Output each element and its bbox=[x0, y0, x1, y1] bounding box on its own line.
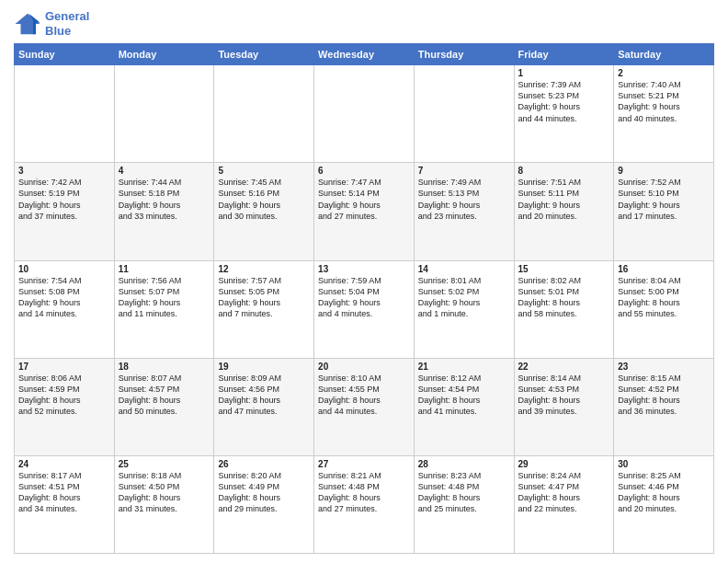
day-number: 23 bbox=[618, 362, 710, 372]
day-number: 29 bbox=[518, 459, 610, 469]
day-number: 11 bbox=[119, 264, 210, 274]
calendar-week-5: 24Sunrise: 8:17 AM Sunset: 4:51 PM Dayli… bbox=[15, 455, 714, 553]
calendar-cell: 23Sunrise: 8:15 AM Sunset: 4:52 PM Dayli… bbox=[614, 358, 714, 455]
calendar-cell: 24Sunrise: 8:17 AM Sunset: 4:51 PM Dayli… bbox=[15, 455, 115, 553]
calendar-cell: 5Sunrise: 7:45 AM Sunset: 5:16 PM Daylig… bbox=[214, 163, 314, 260]
calendar-cell: 10Sunrise: 7:54 AM Sunset: 5:08 PM Dayli… bbox=[15, 260, 115, 358]
day-number: 24 bbox=[18, 459, 110, 469]
day-number: 26 bbox=[218, 459, 310, 469]
day-info: Sunrise: 8:02 AM Sunset: 5:01 PM Dayligh… bbox=[518, 275, 610, 320]
calendar-cell: 7Sunrise: 7:49 AM Sunset: 5:13 PM Daylig… bbox=[414, 163, 514, 260]
logo: General Blue bbox=[14, 9, 89, 38]
col-header-monday: Monday bbox=[114, 44, 214, 65]
col-header-thursday: Thursday bbox=[414, 44, 514, 65]
day-info: Sunrise: 7:42 AM Sunset: 5:19 PM Dayligh… bbox=[18, 177, 110, 222]
day-number: 6 bbox=[318, 166, 410, 176]
calendar-cell: 1Sunrise: 7:39 AM Sunset: 5:23 PM Daylig… bbox=[514, 65, 614, 163]
day-info: Sunrise: 8:25 AM Sunset: 4:46 PM Dayligh… bbox=[618, 470, 710, 515]
day-number: 1 bbox=[518, 68, 610, 78]
col-header-wednesday: Wednesday bbox=[314, 44, 415, 65]
day-info: Sunrise: 7:51 AM Sunset: 5:11 PM Dayligh… bbox=[518, 177, 610, 222]
day-number: 9 bbox=[618, 166, 710, 176]
page: General Blue SundayMondayTuesdayWednesda… bbox=[0, 0, 728, 563]
day-info: Sunrise: 8:10 AM Sunset: 4:55 PM Dayligh… bbox=[318, 373, 410, 418]
day-info: Sunrise: 8:15 AM Sunset: 4:52 PM Dayligh… bbox=[618, 373, 710, 418]
calendar-cell: 3Sunrise: 7:42 AM Sunset: 5:19 PM Daylig… bbox=[15, 163, 115, 260]
day-number: 30 bbox=[618, 459, 710, 469]
calendar-cell: 21Sunrise: 8:12 AM Sunset: 4:54 PM Dayli… bbox=[414, 358, 514, 455]
day-number: 15 bbox=[518, 264, 610, 274]
day-info: Sunrise: 8:17 AM Sunset: 4:51 PM Dayligh… bbox=[18, 470, 110, 515]
day-number: 4 bbox=[119, 166, 210, 176]
col-header-tuesday: Tuesday bbox=[214, 44, 314, 65]
header: General Blue bbox=[14, 9, 714, 38]
calendar-cell: 19Sunrise: 8:09 AM Sunset: 4:56 PM Dayli… bbox=[214, 358, 314, 455]
day-info: Sunrise: 7:57 AM Sunset: 5:05 PM Dayligh… bbox=[218, 275, 310, 320]
calendar-cell: 4Sunrise: 7:44 AM Sunset: 5:18 PM Daylig… bbox=[114, 163, 214, 260]
day-number: 8 bbox=[518, 166, 610, 176]
day-info: Sunrise: 7:49 AM Sunset: 5:13 PM Dayligh… bbox=[418, 177, 510, 222]
day-info: Sunrise: 7:59 AM Sunset: 5:04 PM Dayligh… bbox=[318, 275, 410, 320]
calendar-cell: 27Sunrise: 8:21 AM Sunset: 4:48 PM Dayli… bbox=[314, 455, 415, 553]
day-info: Sunrise: 8:14 AM Sunset: 4:53 PM Dayligh… bbox=[518, 373, 610, 418]
day-info: Sunrise: 8:21 AM Sunset: 4:48 PM Dayligh… bbox=[318, 470, 410, 515]
calendar-cell: 22Sunrise: 8:14 AM Sunset: 4:53 PM Dayli… bbox=[514, 358, 614, 455]
logo-text: General Blue bbox=[45, 9, 89, 38]
day-number: 2 bbox=[618, 68, 710, 78]
day-info: Sunrise: 8:04 AM Sunset: 5:00 PM Dayligh… bbox=[618, 275, 710, 320]
day-number: 10 bbox=[18, 264, 110, 274]
calendar-cell: 14Sunrise: 8:01 AM Sunset: 5:02 PM Dayli… bbox=[414, 260, 514, 358]
day-number: 12 bbox=[218, 264, 310, 274]
day-number: 14 bbox=[418, 264, 510, 274]
day-number: 17 bbox=[18, 362, 110, 372]
calendar-week-1: 1Sunrise: 7:39 AM Sunset: 5:23 PM Daylig… bbox=[15, 65, 714, 163]
day-info: Sunrise: 8:07 AM Sunset: 4:57 PM Dayligh… bbox=[119, 373, 210, 418]
calendar-week-4: 17Sunrise: 8:06 AM Sunset: 4:59 PM Dayli… bbox=[15, 358, 714, 455]
calendar-table: SundayMondayTuesdayWednesdayThursdayFrid… bbox=[14, 43, 714, 554]
calendar-cell: 13Sunrise: 7:59 AM Sunset: 5:04 PM Dayli… bbox=[314, 260, 415, 358]
calendar-header-row: SundayMondayTuesdayWednesdayThursdayFrid… bbox=[15, 44, 714, 65]
calendar-cell: 25Sunrise: 8:18 AM Sunset: 4:50 PM Dayli… bbox=[114, 455, 214, 553]
calendar-cell: 17Sunrise: 8:06 AM Sunset: 4:59 PM Dayli… bbox=[15, 358, 115, 455]
day-info: Sunrise: 8:09 AM Sunset: 4:56 PM Dayligh… bbox=[218, 373, 310, 418]
calendar-cell: 11Sunrise: 7:56 AM Sunset: 5:07 PM Dayli… bbox=[114, 260, 214, 358]
day-info: Sunrise: 8:24 AM Sunset: 4:47 PM Dayligh… bbox=[518, 470, 610, 515]
day-info: Sunrise: 7:40 AM Sunset: 5:21 PM Dayligh… bbox=[618, 79, 710, 124]
calendar-cell: 30Sunrise: 8:25 AM Sunset: 4:46 PM Dayli… bbox=[614, 455, 714, 553]
day-info: Sunrise: 8:12 AM Sunset: 4:54 PM Dayligh… bbox=[418, 373, 510, 418]
calendar-cell: 8Sunrise: 7:51 AM Sunset: 5:11 PM Daylig… bbox=[514, 163, 614, 260]
calendar-week-3: 10Sunrise: 7:54 AM Sunset: 5:08 PM Dayli… bbox=[15, 260, 714, 358]
day-info: Sunrise: 7:44 AM Sunset: 5:18 PM Dayligh… bbox=[119, 177, 210, 222]
day-info: Sunrise: 8:01 AM Sunset: 5:02 PM Dayligh… bbox=[418, 275, 510, 320]
col-header-saturday: Saturday bbox=[614, 44, 714, 65]
day-number: 19 bbox=[218, 362, 310, 372]
day-info: Sunrise: 7:47 AM Sunset: 5:14 PM Dayligh… bbox=[318, 177, 410, 222]
calendar-cell: 12Sunrise: 7:57 AM Sunset: 5:05 PM Dayli… bbox=[214, 260, 314, 358]
day-number: 28 bbox=[418, 459, 510, 469]
day-number: 20 bbox=[318, 362, 410, 372]
day-number: 13 bbox=[318, 264, 410, 274]
calendar-cell bbox=[114, 65, 214, 163]
calendar-cell: 15Sunrise: 8:02 AM Sunset: 5:01 PM Dayli… bbox=[514, 260, 614, 358]
day-info: Sunrise: 7:54 AM Sunset: 5:08 PM Dayligh… bbox=[18, 275, 110, 320]
day-info: Sunrise: 8:20 AM Sunset: 4:49 PM Dayligh… bbox=[218, 470, 310, 515]
day-number: 21 bbox=[418, 362, 510, 372]
col-header-sunday: Sunday bbox=[15, 44, 115, 65]
calendar-cell bbox=[414, 65, 514, 163]
calendar-cell: 2Sunrise: 7:40 AM Sunset: 5:21 PM Daylig… bbox=[614, 65, 714, 163]
day-number: 25 bbox=[119, 459, 210, 469]
day-info: Sunrise: 7:56 AM Sunset: 5:07 PM Dayligh… bbox=[119, 275, 210, 320]
day-info: Sunrise: 7:52 AM Sunset: 5:10 PM Dayligh… bbox=[618, 177, 710, 222]
day-number: 16 bbox=[618, 264, 710, 274]
day-number: 5 bbox=[218, 166, 310, 176]
day-info: Sunrise: 8:18 AM Sunset: 4:50 PM Dayligh… bbox=[119, 470, 210, 515]
day-number: 7 bbox=[418, 166, 510, 176]
calendar-cell: 9Sunrise: 7:52 AM Sunset: 5:10 PM Daylig… bbox=[614, 163, 714, 260]
calendar-week-2: 3Sunrise: 7:42 AM Sunset: 5:19 PM Daylig… bbox=[15, 163, 714, 260]
calendar-cell: 6Sunrise: 7:47 AM Sunset: 5:14 PM Daylig… bbox=[314, 163, 415, 260]
day-info: Sunrise: 7:39 AM Sunset: 5:23 PM Dayligh… bbox=[518, 79, 610, 124]
day-number: 27 bbox=[318, 459, 410, 469]
day-info: Sunrise: 7:45 AM Sunset: 5:16 PM Dayligh… bbox=[218, 177, 310, 222]
day-info: Sunrise: 8:23 AM Sunset: 4:48 PM Dayligh… bbox=[418, 470, 510, 515]
day-number: 18 bbox=[119, 362, 210, 372]
